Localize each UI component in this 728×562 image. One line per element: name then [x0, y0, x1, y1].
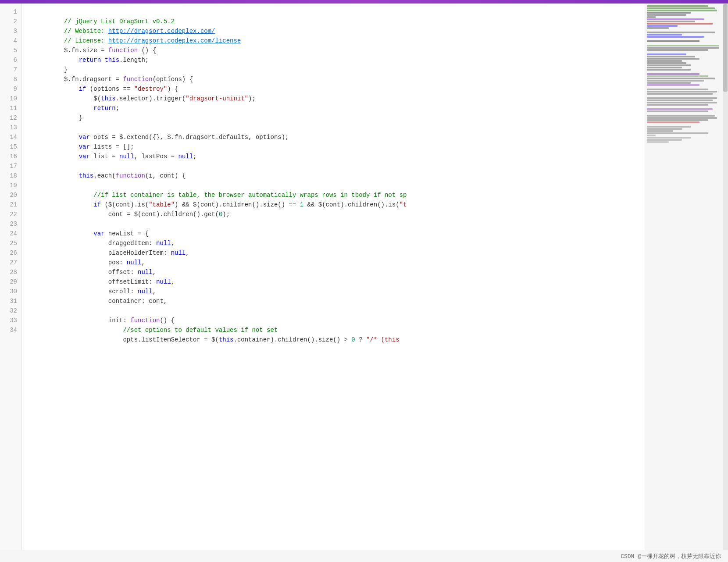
minimap-sidebar [645, 4, 728, 550]
line-num-11: 11 [10, 103, 17, 113]
line-num-12: 12 [10, 113, 17, 123]
minimap-line-48 [647, 108, 713, 110]
minimap-line-37 [647, 84, 699, 86]
minimap-line-8 [647, 21, 695, 22]
minimap-line-3 [647, 10, 717, 11]
line-num-4: 4 [14, 36, 17, 46]
code-line-23: var newList = { [27, 219, 639, 229]
minimap-line-31 [647, 71, 651, 73]
minimap-line-46 [647, 104, 708, 106]
line-num-10: 10 [10, 94, 17, 103]
minimap-line-55 [647, 124, 651, 125]
main-container: 1 2 3 4 5 6 7 8 9 10 11 12 13 14 15 16 1… [0, 4, 728, 562]
minimap-line-33 [647, 75, 708, 77]
top-accent-bar [0, 0, 728, 4]
minimap-line-25 [647, 58, 699, 60]
minimap-line-12 [647, 29, 651, 31]
minimap-line-54 [647, 121, 699, 123]
code-line-1: // jQuery List DragSort v0.5.2 [27, 7, 639, 17]
minimap-line-42 [647, 95, 651, 97]
minimap-line-52 [647, 117, 717, 119]
minimap-line-4 [647, 12, 691, 14]
minimap-line-47 [647, 106, 651, 108]
line-num-22: 22 [10, 210, 17, 219]
code-line-7: $.fn.dragsort = function(options) { [27, 65, 639, 75]
line-num-13: 13 [10, 123, 17, 132]
line-num-24: 24 [10, 229, 17, 238]
minimap-line-32 [647, 73, 699, 75]
minimap-line-58 [647, 130, 673, 132]
minimap-line-24 [647, 56, 695, 57]
minimap-line-2 [647, 7, 715, 9]
line-num-15: 15 [10, 142, 17, 152]
minimap-line-22 [647, 51, 651, 53]
bottom-bar-text: CSDN @一棵开花的树，枝芽无限靠近你 [621, 552, 721, 560]
line-num-25: 25 [10, 238, 17, 248]
line-num-30: 30 [10, 287, 17, 296]
line-num-5: 5 [14, 46, 17, 55]
minimap-line-16 [647, 38, 651, 40]
line-num-28: 28 [10, 267, 17, 277]
minimap-line-14 [647, 34, 682, 36]
line-num-9: 9 [14, 84, 17, 94]
minimap-line-34 [647, 78, 715, 79]
line-num-21: 21 [10, 200, 17, 210]
minimap-line-36 [647, 82, 691, 84]
line-num-3: 3 [14, 26, 17, 36]
minimap-line-13 [647, 32, 715, 33]
line-num-18: 18 [10, 171, 17, 181]
minimap-line-56 [647, 126, 691, 128]
line-num-20: 20 [10, 190, 17, 200]
comment-text-3: // License: http://dragsort.codeplex.com… [64, 37, 241, 44]
line-num-17: 17 [10, 161, 17, 171]
minimap-line-43 [647, 97, 717, 99]
minimap-line-41 [647, 93, 713, 95]
minimap-line-15 [647, 36, 704, 38]
comment-text-1: // jQuery List DragSort v0.5.2 [64, 18, 175, 25]
minimap-line-19 [647, 45, 719, 46]
scrollbar-thumb[interactable] [723, 4, 728, 92]
minimap-scrollbar[interactable] [723, 4, 728, 550]
minimap-line-57 [647, 128, 682, 130]
line-num-6: 6 [14, 55, 17, 65]
minimap-content [645, 4, 728, 145]
line-num-2: 2 [14, 17, 17, 26]
minimap-line-23 [647, 53, 686, 55]
code-line-32: init: function() { [27, 306, 639, 316]
code-line-19: //if list container is table, the browse… [27, 181, 639, 190]
line-num-33: 33 [10, 316, 17, 325]
minimap-line-17 [647, 40, 699, 42]
minimap-line-1 [647, 5, 708, 7]
minimap-line-49 [647, 110, 708, 112]
line-num-29: 29 [10, 277, 17, 287]
minimap-line-20 [647, 47, 719, 49]
minimap-line-29 [647, 67, 682, 68]
minimap-line-9 [647, 23, 713, 25]
line-num-14: 14 [10, 132, 17, 142]
code-content: 1 2 3 4 5 6 7 8 9 10 11 12 13 14 15 16 1… [0, 4, 728, 550]
minimap-line-50 [647, 113, 651, 114]
minimap-line-63 [647, 141, 669, 143]
code-area: 1 2 3 4 5 6 7 8 9 10 11 12 13 14 15 16 1… [0, 4, 728, 562]
minimap-line-30 [647, 69, 691, 71]
minimap-line-7 [647, 18, 704, 20]
line-num-7: 7 [14, 65, 17, 75]
minimap-line-21 [647, 49, 708, 51]
code-lines[interactable]: // jQuery List DragSort v0.5.2 // Websit… [22, 4, 645, 550]
minimap-line-60 [647, 135, 656, 136]
line-num-1: 1 [14, 7, 17, 17]
minimap-line-51 [647, 115, 715, 117]
code-line-13: var opts = $.extend({}, $.fn.dragsort.de… [27, 123, 639, 132]
minimap-line-27 [647, 62, 686, 64]
minimap-line-53 [647, 119, 708, 121]
minimap-line-61 [647, 137, 691, 139]
line-numbers: 1 2 3 4 5 6 7 8 9 10 11 12 13 14 15 16 1… [0, 4, 22, 550]
minimap-line-11 [647, 27, 669, 29]
line-num-31: 31 [10, 296, 17, 306]
minimap-line-35 [647, 80, 704, 82]
minimap-line-44 [647, 100, 713, 101]
minimap-line-39 [647, 89, 708, 90]
minimap-line-59 [647, 132, 708, 134]
minimap-line-62 [647, 139, 682, 141]
line-num-32: 32 [10, 306, 17, 316]
